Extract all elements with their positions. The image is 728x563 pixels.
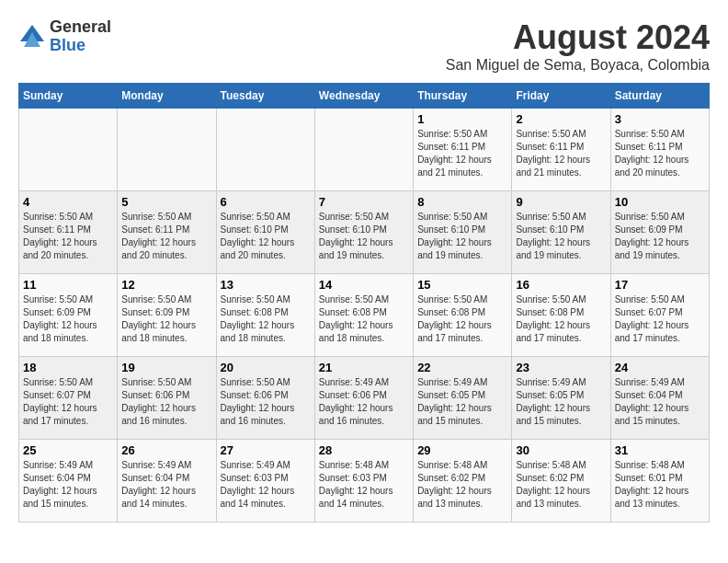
day-info: Sunrise: 5:50 AM Sunset: 6:07 PM Dayligh… — [23, 376, 113, 428]
day-info: Sunrise: 5:50 AM Sunset: 6:08 PM Dayligh… — [319, 293, 409, 345]
header-day-sunday: Sunday — [19, 84, 118, 109]
logo-text: General Blue — [50, 18, 111, 55]
day-info: Sunrise: 5:49 AM Sunset: 6:04 PM Dayligh… — [615, 376, 705, 428]
day-info: Sunrise: 5:50 AM Sunset: 6:10 PM Dayligh… — [319, 211, 409, 262]
day-cell: 7Sunrise: 5:50 AM Sunset: 6:10 PM Daylig… — [314, 191, 413, 274]
day-cell: 11Sunrise: 5:50 AM Sunset: 6:09 PM Dayli… — [19, 274, 118, 357]
day-number: 24 — [615, 361, 705, 374]
day-info: Sunrise: 5:50 AM Sunset: 6:10 PM Dayligh… — [417, 211, 507, 262]
day-info: Sunrise: 5:50 AM Sunset: 6:09 PM Dayligh… — [121, 293, 211, 345]
day-info: Sunrise: 5:50 AM Sunset: 6:09 PM Dayligh… — [615, 211, 705, 262]
day-cell: 4Sunrise: 5:50 AM Sunset: 6:11 PM Daylig… — [19, 191, 118, 274]
day-number: 26 — [121, 443, 211, 457]
day-info: Sunrise: 5:49 AM Sunset: 6:03 PM Dayligh… — [221, 459, 311, 511]
day-cell: 14Sunrise: 5:50 AM Sunset: 6:08 PM Dayli… — [314, 274, 413, 357]
day-info: Sunrise: 5:49 AM Sunset: 6:05 PM Dayligh… — [417, 376, 507, 428]
day-info: Sunrise: 5:49 AM Sunset: 6:04 PM Dayligh… — [23, 459, 113, 511]
day-cell: 17Sunrise: 5:50 AM Sunset: 6:07 PM Dayli… — [610, 274, 709, 357]
day-number: 29 — [417, 443, 507, 457]
calendar-header: SundayMondayTuesdayWednesdayThursdayFrid… — [19, 84, 710, 109]
day-info: Sunrise: 5:49 AM Sunset: 6:06 PM Dayligh… — [319, 376, 409, 428]
day-cell: 9Sunrise: 5:50 AM Sunset: 6:10 PM Daylig… — [512, 191, 610, 274]
day-info: Sunrise: 5:50 AM Sunset: 6:08 PM Dayligh… — [221, 293, 311, 345]
day-cell: 10Sunrise: 5:50 AM Sunset: 6:09 PM Dayli… — [610, 191, 709, 274]
week-row-4: 18Sunrise: 5:50 AM Sunset: 6:07 PM Dayli… — [19, 357, 710, 440]
day-number: 11 — [23, 278, 113, 292]
day-info: Sunrise: 5:50 AM Sunset: 6:06 PM Dayligh… — [221, 376, 311, 428]
week-row-5: 25Sunrise: 5:49 AM Sunset: 6:04 PM Dayli… — [19, 440, 710, 523]
day-number: 15 — [417, 278, 507, 292]
day-cell — [216, 109, 314, 191]
day-cell: 19Sunrise: 5:50 AM Sunset: 6:06 PM Dayli… — [118, 357, 216, 440]
day-info: Sunrise: 5:50 AM Sunset: 6:10 PM Dayligh… — [221, 211, 311, 262]
day-cell: 8Sunrise: 5:50 AM Sunset: 6:10 PM Daylig… — [414, 191, 512, 274]
week-row-2: 4Sunrise: 5:50 AM Sunset: 6:11 PM Daylig… — [19, 191, 710, 274]
header-day-saturday: Saturday — [610, 84, 709, 109]
day-cell: 22Sunrise: 5:49 AM Sunset: 6:05 PM Dayli… — [414, 357, 512, 440]
day-info: Sunrise: 5:50 AM Sunset: 6:07 PM Dayligh… — [615, 293, 705, 345]
day-number: 10 — [615, 195, 705, 209]
day-cell: 26Sunrise: 5:49 AM Sunset: 6:04 PM Dayli… — [118, 440, 216, 523]
day-cell: 24Sunrise: 5:49 AM Sunset: 6:04 PM Dayli… — [610, 357, 709, 440]
title-area: August 2024 San Miguel de Sema, Boyaca, … — [446, 18, 710, 74]
day-number: 14 — [319, 278, 409, 292]
day-info: Sunrise: 5:50 AM Sunset: 6:11 PM Dayligh… — [615, 128, 705, 179]
day-cell: 27Sunrise: 5:49 AM Sunset: 6:03 PM Dayli… — [216, 440, 314, 523]
header-day-monday: Monday — [118, 84, 216, 109]
calendar-table: SundayMondayTuesdayWednesdayThursdayFrid… — [18, 83, 710, 523]
day-cell: 23Sunrise: 5:49 AM Sunset: 6:05 PM Dayli… — [512, 357, 610, 440]
day-number: 9 — [516, 195, 606, 209]
day-cell: 5Sunrise: 5:50 AM Sunset: 6:11 PM Daylig… — [118, 191, 216, 274]
logo: General Blue — [18, 18, 111, 55]
day-info: Sunrise: 5:50 AM Sunset: 6:11 PM Dayligh… — [121, 211, 211, 262]
day-info: Sunrise: 5:49 AM Sunset: 6:05 PM Dayligh… — [516, 376, 606, 428]
day-cell: 29Sunrise: 5:48 AM Sunset: 6:02 PM Dayli… — [414, 440, 512, 523]
day-cell: 25Sunrise: 5:49 AM Sunset: 6:04 PM Dayli… — [19, 440, 118, 523]
day-cell: 28Sunrise: 5:48 AM Sunset: 6:03 PM Dayli… — [314, 440, 413, 523]
day-info: Sunrise: 5:50 AM Sunset: 6:10 PM Dayligh… — [516, 211, 606, 262]
day-cell: 6Sunrise: 5:50 AM Sunset: 6:10 PM Daylig… — [216, 191, 314, 274]
subtitle: San Miguel de Sema, Boyaca, Colombia — [446, 57, 710, 74]
header-row: SundayMondayTuesdayWednesdayThursdayFrid… — [19, 84, 710, 109]
day-cell: 15Sunrise: 5:50 AM Sunset: 6:08 PM Dayli… — [414, 274, 512, 357]
day-cell: 21Sunrise: 5:49 AM Sunset: 6:06 PM Dayli… — [314, 357, 413, 440]
day-cell: 18Sunrise: 5:50 AM Sunset: 6:07 PM Dayli… — [19, 357, 118, 440]
day-cell: 2Sunrise: 5:50 AM Sunset: 6:11 PM Daylig… — [512, 109, 610, 191]
day-number: 8 — [417, 195, 507, 209]
day-cell: 12Sunrise: 5:50 AM Sunset: 6:09 PM Dayli… — [118, 274, 216, 357]
day-number: 19 — [121, 361, 211, 374]
header-day-tuesday: Tuesday — [216, 84, 314, 109]
day-number: 2 — [516, 112, 606, 126]
header-day-thursday: Thursday — [414, 84, 512, 109]
day-number: 20 — [221, 361, 311, 374]
main-title: August 2024 — [446, 18, 710, 57]
day-info: Sunrise: 5:50 AM Sunset: 6:11 PM Dayligh… — [417, 128, 507, 179]
day-number: 25 — [23, 443, 113, 457]
day-number: 22 — [417, 361, 507, 374]
logo-blue-text: Blue — [50, 37, 111, 55]
day-info: Sunrise: 5:50 AM Sunset: 6:08 PM Dayligh… — [417, 293, 507, 345]
day-number: 21 — [319, 361, 409, 374]
day-number: 1 — [417, 112, 507, 126]
day-number: 23 — [516, 361, 606, 374]
day-cell: 31Sunrise: 5:48 AM Sunset: 6:01 PM Dayli… — [610, 440, 709, 523]
day-info: Sunrise: 5:49 AM Sunset: 6:04 PM Dayligh… — [121, 459, 211, 511]
week-row-1: 1Sunrise: 5:50 AM Sunset: 6:11 PM Daylig… — [19, 109, 710, 191]
day-cell: 3Sunrise: 5:50 AM Sunset: 6:11 PM Daylig… — [610, 109, 709, 191]
day-info: Sunrise: 5:50 AM Sunset: 6:11 PM Dayligh… — [23, 211, 113, 262]
logo-icon — [18, 23, 46, 51]
day-number: 27 — [221, 443, 311, 457]
day-number: 7 — [319, 195, 409, 209]
header-day-wednesday: Wednesday — [314, 84, 413, 109]
day-cell — [118, 109, 216, 191]
header-day-friday: Friday — [512, 84, 610, 109]
day-cell: 16Sunrise: 5:50 AM Sunset: 6:08 PM Dayli… — [512, 274, 610, 357]
day-cell: 30Sunrise: 5:48 AM Sunset: 6:02 PM Dayli… — [512, 440, 610, 523]
day-number: 13 — [221, 278, 311, 292]
logo-general-text: General — [50, 18, 111, 37]
day-cell: 13Sunrise: 5:50 AM Sunset: 6:08 PM Dayli… — [216, 274, 314, 357]
day-number: 18 — [23, 361, 113, 374]
day-number: 31 — [615, 443, 705, 457]
day-info: Sunrise: 5:48 AM Sunset: 6:02 PM Dayligh… — [417, 459, 507, 511]
day-info: Sunrise: 5:50 AM Sunset: 6:11 PM Dayligh… — [516, 128, 606, 179]
